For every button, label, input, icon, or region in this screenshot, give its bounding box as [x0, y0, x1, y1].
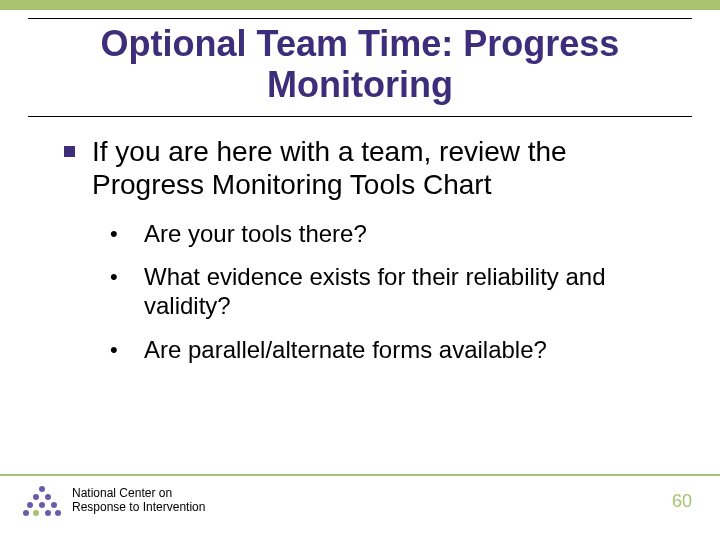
svg-point-7	[33, 510, 39, 516]
dot-bullet-icon: •	[110, 221, 118, 248]
sub-bullet-text: Are your tools there?	[144, 220, 367, 247]
footer-left: National Center on Response to Intervent…	[22, 484, 205, 518]
square-bullet-icon	[64, 146, 75, 157]
footer: National Center on Response to Intervent…	[0, 474, 720, 526]
main-bullet-text: If you are here with a team, review the …	[92, 136, 567, 200]
svg-point-1	[33, 494, 39, 500]
content-area: If you are here with a team, review the …	[0, 117, 720, 364]
sub-bullet-text: Are parallel/alternate forms available?	[144, 336, 547, 363]
org-name: National Center on Response to Intervent…	[72, 487, 205, 515]
list-item: • Are your tools there?	[110, 219, 670, 248]
sub-bullet-list: • Are your tools there? • What evidence …	[64, 219, 670, 364]
org-line-1: National Center on	[72, 487, 205, 501]
top-accent-bar	[0, 0, 720, 10]
svg-point-3	[27, 502, 33, 508]
svg-point-2	[45, 494, 51, 500]
svg-point-6	[23, 510, 29, 516]
dot-bullet-icon: •	[110, 337, 118, 364]
sub-bullet-text: What evidence exists for their reliabili…	[144, 263, 606, 319]
footer-inner: National Center on Response to Intervent…	[0, 484, 720, 518]
svg-point-5	[51, 502, 57, 508]
svg-point-9	[55, 510, 61, 516]
logo-icon	[22, 484, 62, 518]
footer-rule	[0, 474, 720, 476]
svg-point-0	[39, 486, 45, 492]
page-number: 60	[672, 491, 692, 512]
svg-point-8	[45, 510, 51, 516]
main-bullet: If you are here with a team, review the …	[64, 135, 670, 201]
org-line-2: Response to Intervention	[72, 501, 205, 515]
list-item: • What evidence exists for their reliabi…	[110, 262, 670, 321]
dot-bullet-icon: •	[110, 264, 118, 291]
list-item: • Are parallel/alternate forms available…	[110, 335, 670, 364]
svg-point-4	[39, 502, 45, 508]
slide-title: Optional Team Time: Progress Monitoring	[0, 19, 720, 112]
